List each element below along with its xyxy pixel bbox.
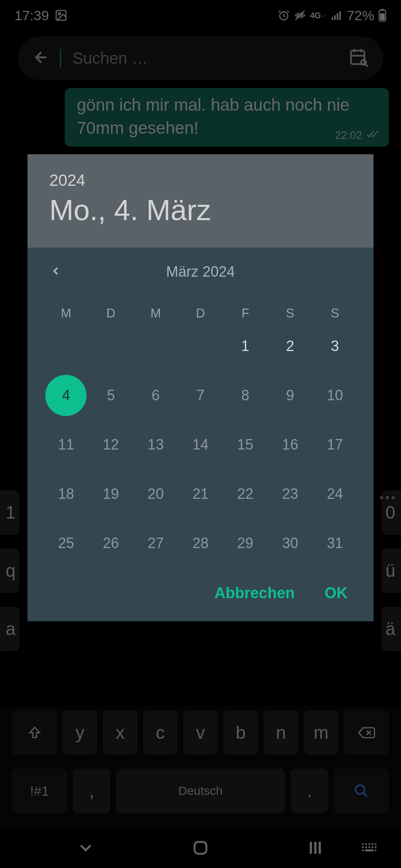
calendar-day[interactable]: 13 — [133, 429, 178, 460]
calendar-day[interactable]: 28 — [178, 528, 223, 559]
calendar-day[interactable]: 7 — [178, 380, 223, 411]
calendar-day[interactable]: 10 — [312, 380, 357, 411]
calendar-day[interactable]: 29 — [223, 528, 268, 559]
calendar-day[interactable]: 2 — [268, 331, 312, 361]
dow-label: S — [268, 306, 312, 321]
calendar-day[interactable]: 16 — [268, 429, 312, 460]
calendar-day[interactable]: 25 — [44, 528, 89, 559]
dow-label: D — [89, 306, 133, 321]
calendar-day[interactable]: 9 — [268, 380, 312, 411]
picker-year[interactable]: 2024 — [49, 171, 352, 189]
calendar-day[interactable]: 21 — [178, 479, 223, 509]
calendar-day[interactable]: 24 — [312, 479, 357, 509]
calendar-grid: 1234567891011121314151617181920212223242… — [27, 331, 374, 571]
calendar-day[interactable]: 11 — [44, 429, 89, 460]
dow-label: M — [133, 306, 178, 321]
calendar-day[interactable]: 8 — [223, 380, 268, 411]
dialog-actions: Abbrechen OK — [27, 571, 374, 621]
date-picker-header: 2024 Mo., 4. März — [27, 154, 374, 248]
calendar-day[interactable]: 15 — [223, 429, 268, 460]
calendar-day[interactable]: 23 — [268, 479, 312, 509]
dow-label: F — [223, 306, 268, 321]
picker-date-label[interactable]: Mo., 4. März — [49, 193, 352, 227]
cancel-button[interactable]: Abbrechen — [215, 584, 295, 602]
dow-label: D — [178, 306, 223, 321]
calendar-day[interactable]: 17 — [312, 429, 357, 460]
calendar-day[interactable]: 19 — [89, 479, 133, 509]
calendar-day[interactable]: 12 — [89, 429, 133, 460]
calendar-day[interactable]: 31 — [312, 528, 357, 559]
date-picker-dialog: 2024 Mo., 4. März März 2024 MDMDFSS 1234… — [27, 154, 374, 621]
ok-button[interactable]: OK — [325, 584, 348, 602]
day-of-week-row: MDMDFSS — [27, 296, 374, 331]
dow-label: M — [44, 306, 89, 321]
calendar-day[interactable]: 5 — [89, 380, 133, 411]
month-label[interactable]: März 2024 — [166, 263, 235, 280]
calendar-day[interactable]: 30 — [268, 528, 312, 559]
calendar-day[interactable]: 1 — [223, 331, 268, 361]
calendar-day[interactable]: 27 — [133, 528, 178, 559]
calendar-day[interactable]: 18 — [44, 479, 89, 509]
calendar-day[interactable]: 6 — [133, 380, 178, 411]
dow-label: S — [312, 306, 357, 321]
calendar-day-selected[interactable]: 4 — [44, 380, 89, 411]
calendar-day[interactable]: 26 — [89, 528, 133, 559]
calendar-day[interactable]: 22 — [223, 479, 268, 509]
calendar-day[interactable]: 20 — [133, 479, 178, 509]
prev-month-button[interactable] — [49, 265, 62, 279]
calendar-day[interactable]: 14 — [178, 429, 223, 460]
calendar-day[interactable]: 3 — [312, 331, 357, 361]
month-navigation: März 2024 — [27, 248, 374, 296]
